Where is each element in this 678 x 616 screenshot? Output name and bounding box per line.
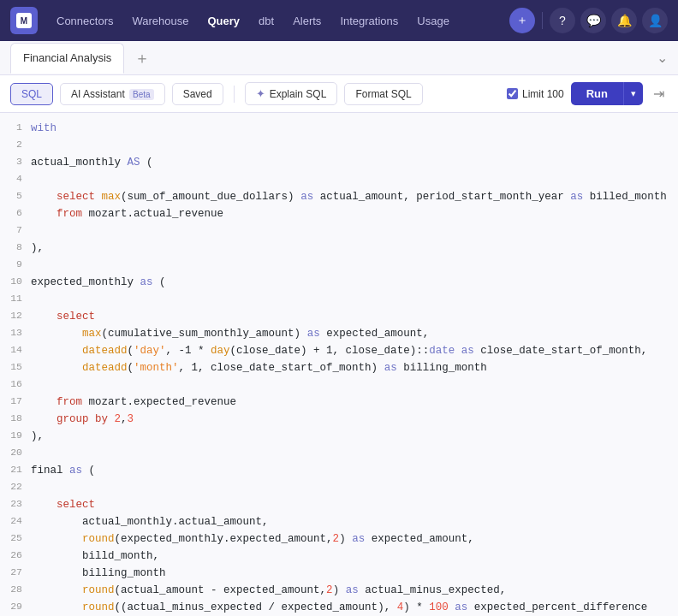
explain-sql-button[interactable]: ✦ Explain SQL (245, 82, 338, 105)
line-content: max(cumulative_sum_monthly_amount) as ex… (31, 325, 678, 342)
format-label: Format SQL (355, 88, 411, 100)
saved-button[interactable]: Saved (172, 83, 223, 105)
code-line: 27 billing_month (0, 565, 678, 582)
expand-editor-button[interactable]: ⇥ (650, 82, 668, 105)
code-line: 10expected_monthly as ( (0, 274, 678, 291)
line-number: 20 (0, 445, 31, 462)
code-line: 18 group by 2,3 (0, 411, 678, 428)
code-line: 4 (0, 171, 678, 188)
line-number: 15 (0, 359, 31, 376)
toolbar: SQL AI Assistant Beta Saved ✦ Explain SQ… (0, 75, 678, 113)
run-button-group: Run ▾ (571, 82, 643, 105)
code-line: 24 actual_monthly.actual_amount, (0, 513, 678, 530)
code-line: 19), (0, 428, 678, 445)
code-line: 13 max(cumulative_sum_monthly_amount) as… (0, 325, 678, 342)
code-line: 17 from mozart.expected_revenue (0, 394, 678, 411)
nav-item-usage[interactable]: Usage (408, 9, 458, 33)
nav-item-warehouse[interactable]: Warehouse (123, 9, 197, 33)
line-content: from mozart.expected_revenue (31, 394, 678, 411)
line-content: actual_monthly.actual_amount, (31, 513, 678, 530)
line-number: 9 (0, 257, 31, 274)
tab-label: Financial Analysis (23, 51, 111, 64)
help-button[interactable]: ? (550, 8, 575, 33)
code-line: 9 (0, 257, 678, 274)
line-number: 18 (0, 411, 31, 428)
code-line: 14 dateadd('day', -1 * day(close_date) +… (0, 342, 678, 359)
ai-badge: Beta (129, 89, 154, 100)
ai-assistant-button[interactable]: AI Assistant Beta (60, 83, 165, 105)
sql-tab-button[interactable]: SQL (10, 83, 53, 105)
main-content: 1with23actual_monthly AS (45 select max(… (0, 113, 678, 616)
line-number: 4 (0, 171, 31, 188)
explain-icon: ✦ (256, 87, 265, 100)
code-line: 20 (0, 445, 678, 462)
format-sql-button[interactable]: Format SQL (344, 83, 422, 105)
code-line: 6 from mozart.actual_revenue (0, 205, 678, 222)
code-line: 21final as ( (0, 462, 678, 479)
chat-button[interactable]: 💬 (580, 8, 606, 33)
code-line: 11 (0, 291, 678, 308)
code-line: 16 (0, 376, 678, 394)
code-line: 3actual_monthly AS ( (0, 154, 678, 171)
explain-label: Explain SQL (270, 88, 327, 100)
code-line: 26 billd_month, (0, 548, 678, 565)
line-number: 21 (0, 462, 31, 479)
line-number: 24 (0, 513, 31, 530)
line-number: 29 (0, 599, 31, 616)
tab-financial-analysis[interactable]: Financial Analysis (10, 43, 124, 74)
line-content: ), (31, 428, 678, 445)
line-number: 6 (0, 205, 31, 222)
nav-item-query[interactable]: Query (199, 9, 248, 33)
line-number: 2 (0, 137, 31, 154)
notification-button[interactable]: 🔔 (611, 8, 637, 33)
line-content (31, 445, 678, 462)
line-number: 16 (0, 376, 31, 394)
add-button[interactable]: ＋ (509, 8, 535, 33)
line-content: select max(sum_of_amount_due_dollars) as… (31, 188, 678, 205)
run-dropdown-button[interactable]: ▾ (623, 82, 643, 105)
add-tab-button[interactable]: ＋ (128, 47, 157, 69)
line-number: 17 (0, 394, 31, 411)
line-content (31, 222, 678, 240)
line-number: 28 (0, 582, 31, 599)
nav-items: Connectors Warehouse Query dbt Alerts In… (48, 9, 506, 33)
line-content (31, 291, 678, 308)
nav-item-integrations[interactable]: Integrations (331, 9, 407, 33)
line-content: select (31, 496, 678, 513)
line-number: 5 (0, 188, 31, 205)
code-editor[interactable]: 1with23actual_monthly AS (45 select max(… (0, 113, 678, 616)
run-button[interactable]: Run (571, 82, 623, 105)
user-button[interactable]: 👤 (642, 8, 668, 33)
line-content (31, 171, 678, 188)
line-number: 19 (0, 428, 31, 445)
limit-checkbox[interactable] (507, 88, 518, 99)
line-content: group by 2,3 (31, 411, 678, 428)
limit-control: Limit 100 (507, 88, 564, 100)
limit-label: Limit 100 (522, 88, 564, 100)
nav-item-alerts[interactable]: Alerts (284, 9, 330, 33)
nav-item-connectors[interactable]: Connectors (48, 9, 122, 33)
line-content: round(expected_monthly.expected_amount,2… (31, 530, 678, 548)
line-content (31, 479, 678, 496)
code-line: 2 (0, 137, 678, 154)
line-content: billing_month (31, 565, 678, 582)
ai-label: AI Assistant (71, 88, 125, 100)
collapse-button[interactable]: ⌄ (657, 50, 668, 66)
line-number: 7 (0, 222, 31, 240)
line-content: round((actual_minus_expected / expected_… (31, 599, 678, 616)
line-content: ), (31, 240, 678, 257)
code-line: 7 (0, 222, 678, 240)
line-number: 22 (0, 479, 31, 496)
line-number: 12 (0, 308, 31, 325)
nav-item-dbt[interactable]: dbt (250, 9, 282, 33)
logo-icon: M (16, 13, 32, 28)
code-line: 8), (0, 240, 678, 257)
line-number: 13 (0, 325, 31, 342)
code-line: 12 select (0, 308, 678, 325)
line-content: final as ( (31, 462, 678, 479)
logo[interactable]: M (10, 7, 38, 34)
line-number: 27 (0, 565, 31, 582)
code-line: 23 select (0, 496, 678, 513)
line-content: from mozart.actual_revenue (31, 205, 678, 222)
code-line: 15 dateadd('month', 1, close_date_start_… (0, 359, 678, 376)
